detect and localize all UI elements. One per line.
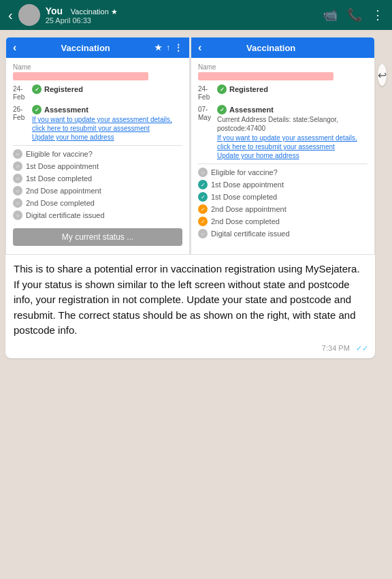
assessment-link2-left[interactable]: Update your home address (32, 134, 114, 141)
message-meta: 7:34 PM ✓✓ (5, 343, 375, 358)
registered-date-left: 24-Feb (13, 84, 32, 101)
checklist-item-2-right: ✓ 1st Dose completed (198, 192, 368, 202)
checklist-item-5-left: ○ Digital certificate issued (13, 210, 182, 220)
vax-card-left: ‹ Vaccination ★ ↑ ⋮ Name 24-Feb (5, 37, 190, 255)
header-timestamp: 25 April 06:33 (46, 16, 317, 25)
checklist-item-3-left: ○ 2nd Dose appointment (13, 186, 182, 195)
more-options-icon[interactable]: ⋮ (372, 7, 384, 22)
checklist-icon-0-left: ○ (13, 149, 22, 159)
checklist-icon-3-right: ✓ (198, 204, 208, 214)
reply-button[interactable]: ↩ (378, 64, 387, 86)
assessment-link1-left[interactable]: If you want to update your assessment de… (32, 116, 172, 132)
chat-header: ‹ You Vaccination ★ 25 April 06:33 📹 📞 ⋮ (0, 0, 392, 30)
contact-name: You Vaccination ★ (46, 5, 317, 16)
name-value-left (13, 72, 148, 80)
checklist-icon-2-left: ○ (13, 174, 22, 183)
checklist-item-1-right: ✓ 1st Dose appointment (198, 180, 368, 189)
vax-card-left-header: ‹ Vaccination ★ ↑ ⋮ (6, 37, 189, 58)
assessment-date-right: 07-May (198, 105, 217, 122)
registered-icon-right: ✓ (217, 84, 227, 94)
registered-row-left: 24-Feb ✓ Registered (13, 84, 182, 101)
assessment-label-right: Assessment (229, 106, 274, 114)
name-value-right (198, 72, 333, 80)
card-right-title: Vaccination (246, 43, 295, 53)
checklist-icon-5-left: ○ (13, 210, 22, 220)
header-icons: 📹 📞 ⋮ (323, 7, 384, 22)
checklist-item-0-right: ○ Eligible for vaccine? (198, 168, 368, 177)
assessment-date-left: 26-Feb (13, 105, 32, 122)
star-icon[interactable]: ★ (154, 43, 162, 52)
card-left-title: Vaccination (61, 43, 110, 53)
checklist-icon-0-right: ○ (198, 168, 208, 177)
name-label-right: Name (198, 63, 368, 71)
checklist-icon-1-left: ○ (13, 161, 22, 171)
chat-body: ‹ Vaccination ★ ↑ ⋮ Name 24-Feb (0, 30, 392, 371)
dots-icon[interactable]: ⋮ (174, 43, 182, 52)
vaccination-cards-row: ‹ Vaccination ★ ↑ ⋮ Name 24-Feb (5, 37, 375, 255)
registered-date-right: 24-Feb (198, 84, 217, 101)
header-info: You Vaccination ★ 25 April 06:33 (46, 5, 317, 25)
card-right-back-icon[interactable]: ‹ (198, 42, 201, 54)
checklist-icon-4-right: ✓ (198, 217, 208, 226)
checklist-item-2-left: ○ 1st Dose completed (13, 174, 182, 183)
assessment-link2-right[interactable]: Update your home address (217, 152, 299, 159)
assessment-label-left: Assessment (44, 106, 88, 114)
registered-label-right: Registered (229, 85, 268, 93)
message-tick: ✓✓ (356, 344, 368, 352)
message-bubble: ‹ Vaccination ★ ↑ ⋮ Name 24-Feb (5, 37, 375, 358)
assessment-icon-right: ✓ (217, 105, 227, 114)
name-field-right: Name (198, 63, 368, 80)
registered-label-left: Registered (44, 85, 83, 93)
checklist-item-3-right: ✓ 2nd Dose appointment (198, 204, 368, 214)
assessment-detail-right: Current Address Details: state:Selangor,… (217, 115, 368, 133)
checklist-icon-2-right: ✓ (198, 192, 208, 202)
message-row: ‹ Vaccination ★ ↑ ⋮ Name 24-Feb (5, 37, 387, 364)
video-call-icon[interactable]: 📹 (323, 7, 338, 22)
vax-card-right-header: ‹ Vaccination (191, 37, 374, 58)
assessment-row-left: 26-Feb ✓ Assessment If you want to updat… (13, 105, 182, 142)
registered-row-right: 24-Feb ✓ Registered (198, 84, 368, 101)
checklist-item-4-left: ○ 2nd Dose completed (13, 198, 182, 208)
assessment-link1-right[interactable]: If you want to update your assessment de… (217, 134, 357, 151)
vax-card-right: ‹ Vaccination Name 24-Feb ✓ Regi (190, 37, 375, 255)
avatar (18, 4, 40, 26)
card-left-icons: ★ ↑ ⋮ (154, 43, 182, 52)
checklist-item-0-left: ○ Eligible for vaccine? (13, 149, 182, 159)
message-time: 7:34 PM (322, 344, 350, 352)
arrow-icon[interactable]: ↑ (166, 43, 170, 52)
checklist-item-5-right: ○ Digital certificate issued (198, 229, 368, 238)
checklist-item-1-left: ○ 1st Dose appointment (13, 161, 182, 171)
group-name: Vaccination ★ (71, 7, 118, 16)
checklist-item-4-right: ✓ 2nd Dose completed (198, 217, 368, 226)
registered-icon-left: ✓ (32, 84, 42, 94)
message-text: This is to share a potential error in va… (5, 255, 375, 343)
back-button[interactable]: ‹ (8, 7, 13, 23)
assessment-icon-left: ✓ (32, 105, 42, 114)
my-status-button[interactable]: My current status ... (13, 228, 182, 246)
checklist-icon-4-left: ○ (13, 198, 22, 208)
card-back-icon[interactable]: ‹ (13, 42, 16, 54)
voice-call-icon[interactable]: 📞 (347, 7, 362, 22)
name-label-left: Name (13, 63, 182, 71)
assessment-row-right: 07-May ✓ Assessment Current Address Deta… (198, 105, 368, 160)
checklist-icon-3-left: ○ (13, 186, 22, 195)
name-field-left: Name (13, 63, 182, 80)
checklist-icon-1-right: ✓ (198, 180, 208, 189)
checklist-icon-5-right: ○ (198, 229, 208, 238)
